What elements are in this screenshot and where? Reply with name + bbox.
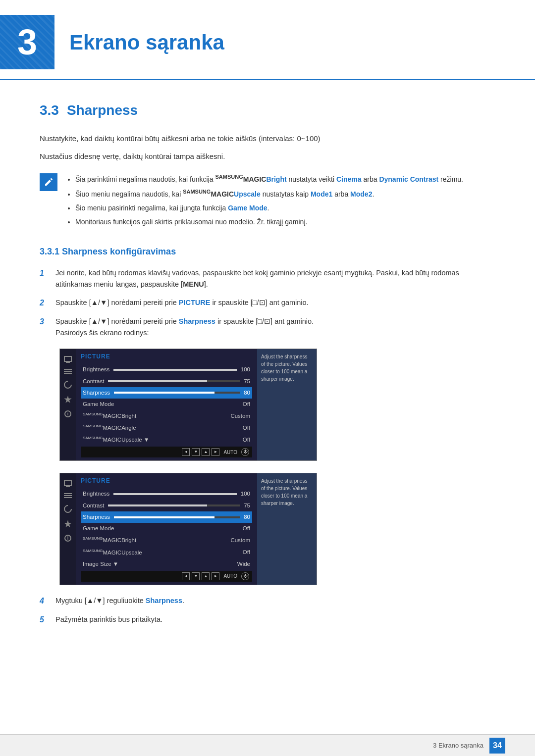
menu-row-gamemode-1: Game Mode Off xyxy=(81,399,252,410)
chapter-number-box: 3 xyxy=(0,15,54,69)
note-list: Šia parinktimi negalima naudotis, kai fu… xyxy=(65,172,463,230)
monitor-main-1: PICTURE Brightness 100 Contrast 75 xyxy=(76,349,257,460)
step-5: 5 Pažymėta parinktis bus pritaikyta. xyxy=(40,614,495,626)
note-box: Šia parinktimi negalima naudotis, kai fu… xyxy=(40,172,495,230)
monitor-sidebar-1: i xyxy=(60,349,76,460)
chapter-title: Ekrano sąranka xyxy=(69,27,224,58)
note-item-4: Monitoriaus funkcijos gali skirtis prikl… xyxy=(75,216,463,228)
subsection-number: 3.3.1 xyxy=(40,247,59,256)
menu-row-upscale-2: SAMSUNGMAGICUpscale Off xyxy=(81,547,252,558)
page-footer: 3 Ekrano sąranka 34 xyxy=(0,734,535,756)
menu-row-brightness-1: Brightness 100 xyxy=(81,364,252,375)
menu-row-bright-1: SAMSUNGMAGICBright Custom xyxy=(81,410,252,422)
monitor-info-2: Adjust the sharpness of the picture. Val… xyxy=(257,473,317,584)
monitor-screenshot-1: i PICTURE Brightness 100 Contrast xyxy=(59,349,317,461)
note-item-3: Šio meniu pasirinkti negalima, kai įjung… xyxy=(75,202,463,214)
section-title: Sharpness xyxy=(67,102,138,118)
auto-btn-1: AUTO xyxy=(221,449,239,456)
auto-btn-2: AUTO xyxy=(221,572,239,580)
step-text-2: Spauskite [▲/▼] norėdami pereiti prie PI… xyxy=(55,297,495,309)
gear-icon-1 xyxy=(64,396,72,403)
step-text-1: Jei norite, kad būtų rodomas klavišų vad… xyxy=(55,267,495,290)
monitor-sidebar-2: i xyxy=(60,473,76,584)
monitor-header-2: PICTURE xyxy=(81,476,252,485)
footer-text: 3 Ekrano sąranka 34 xyxy=(433,738,505,754)
nav-down-1: ▼ xyxy=(192,448,200,456)
menu-row-angle-1: SAMSUNGMAGICAngle Off xyxy=(81,422,252,434)
nav-up-1: ▲ xyxy=(202,448,210,456)
nav-right-2: ► xyxy=(212,572,219,580)
menu-row-contrast-1: Contrast 75 xyxy=(81,376,252,387)
nav-down-2: ▼ xyxy=(192,572,200,580)
monitor-header-1: PICTURE xyxy=(81,352,252,361)
step-number-3: 3 xyxy=(40,316,50,339)
step-2: 2 Spauskite [▲/▼] norėdami pereiti prie … xyxy=(40,297,495,309)
note-icon xyxy=(40,173,57,191)
step-sub-text-3: Pasirodys šis ekrano rodinys: xyxy=(55,329,149,337)
step-text-4: Mygtuku [▲/▼] reguliuokite Sharpness. xyxy=(55,595,495,607)
main-content: 3.3Sharpness Nustatykite, kad daiktų kon… xyxy=(0,90,535,672)
menu-row-contrast-2: Contrast 75 xyxy=(81,500,252,511)
screenshots-container: i PICTURE Brightness 100 Contrast xyxy=(59,349,495,585)
menu-row-bright-2: SAMSUNGMAGICBright Custom xyxy=(81,534,252,546)
footer-page-number: 34 xyxy=(489,738,505,754)
description-2: Nustačius didesnę vertę, daiktų kontūrai… xyxy=(40,151,495,162)
monitor-info-1: Adjust the sharpness of the picture. Val… xyxy=(257,349,317,460)
step-4: 4 Mygtuku [▲/▼] reguliuokite Sharpness. xyxy=(40,595,495,607)
step-3: 3 Spauskite [▲/▼] norėdami pereiti prie … xyxy=(40,316,495,339)
step-number-5: 5 xyxy=(40,614,50,626)
rotate-icon-2 xyxy=(62,504,74,515)
step-number-2: 2 xyxy=(40,297,50,309)
monitor-icon-1 xyxy=(64,356,72,362)
section-heading: 3.3Sharpness xyxy=(40,90,495,121)
info-icon-2: i xyxy=(64,535,71,542)
menu-row-upscale-1: SAMSUNGMAGICUpscale ▼ Off xyxy=(81,434,252,446)
section-number: 3.3 xyxy=(40,102,59,118)
description-1: Nustatykite, kad daiktų kontūrai būtų ai… xyxy=(40,133,495,145)
nav-left-1: ◄ xyxy=(182,448,190,456)
menu-row-imagesize-2: Image Size ▼ Wide xyxy=(81,558,252,570)
info-icon-1: i xyxy=(64,410,71,417)
monitor-icon-2 xyxy=(64,480,72,486)
note-item-1: Šia parinktimi negalima naudotis, kai fu… xyxy=(75,172,463,185)
monitor-bottom-bar-1: ◄ ▼ ▲ ► AUTO ⏻ xyxy=(81,447,252,457)
monitor-bottom-bar-2: ◄ ▼ ▲ ► AUTO ⏻ xyxy=(81,571,252,582)
note-item-2: Šiuo meniu negalima naudotis, kai SAMSUN… xyxy=(75,187,463,200)
step-text-5: Pažymėta parinktis bus pritaikyta. xyxy=(55,614,495,626)
lines-icon-2 xyxy=(64,493,72,498)
lines-icon-1 xyxy=(64,369,72,374)
subsection-title: Sharpness konfigūravimas xyxy=(62,247,176,256)
chapter-number: 3 xyxy=(17,15,37,69)
rotate-icon-1 xyxy=(62,379,74,391)
menu-row-brightness-2: Brightness 100 xyxy=(81,488,252,500)
gear-icon-2 xyxy=(64,520,72,528)
power-btn-2: ⏻ xyxy=(241,572,249,580)
subsection-heading: 3.3.1 Sharpness konfigūravimas xyxy=(40,245,495,258)
step-number-1: 1 xyxy=(40,267,50,290)
power-btn-1: ⏻ xyxy=(241,448,249,456)
monitor-screenshot-2: i PICTURE Brightness 100 Contrast xyxy=(59,473,317,585)
monitor-main-2: PICTURE Brightness 100 Contrast 75 xyxy=(76,473,257,584)
step-number-4: 4 xyxy=(40,595,50,607)
menu-row-gamemode-2: Game Mode Off xyxy=(81,523,252,534)
footer-chapter-ref: 3 Ekrano sąranka xyxy=(433,741,483,751)
nav-right-1: ► xyxy=(212,448,219,456)
nav-up-2: ▲ xyxy=(202,572,210,580)
pencil-icon xyxy=(44,177,54,187)
chapter-header: 3 Ekrano sąranka xyxy=(0,0,535,80)
nav-left-2: ◄ xyxy=(182,572,190,580)
step-1: 1 Jei norite, kad būtų rodomas klavišų v… xyxy=(40,267,495,290)
step-text-3: Spauskite [▲/▼] norėdami pereiti prie Sh… xyxy=(55,317,314,325)
menu-row-sharpness-2: Sharpness 80 xyxy=(81,511,252,523)
menu-row-sharpness-1: Sharpness 80 xyxy=(81,387,252,399)
